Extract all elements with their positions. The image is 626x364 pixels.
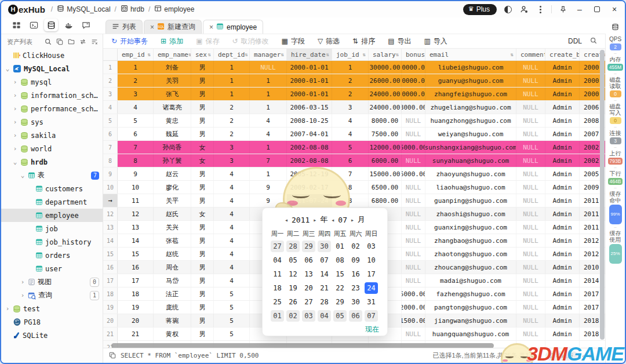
cell-email[interactable]: guanxing@shuguo.com [425, 221, 516, 234]
column-header-hire_date[interactable]: hire_date⇅ [287, 49, 332, 60]
table-search-icon[interactable] [590, 37, 597, 46]
cell-manager[interactable]: 4 [250, 128, 287, 140]
close-tab-icon[interactable]: × [150, 23, 154, 31]
cell-manager[interactable]: 1 [250, 141, 287, 154]
database-nav-icon[interactable] [44, 19, 58, 31]
sidebar-item-information_schema[interactable]: ›information_schema [1, 89, 103, 102]
cell-emp_id[interactable]: 7 [118, 141, 154, 154]
cell-job_id[interactable]: 2 [332, 74, 369, 87]
cell-dept_id[interactable]: 4 [214, 234, 250, 247]
date-cell-16[interactable]: 16 [348, 267, 363, 281]
row-number[interactable]: 1 [103, 61, 118, 74]
cell-emp_name[interactable]: 赵统 [154, 247, 191, 260]
cell-emp_name[interactable]: 张苞 [154, 234, 191, 247]
cell-dept_id[interactable]: 4 [214, 221, 250, 234]
cell-create_by[interactable]: Admin [545, 234, 580, 247]
prev-month-button[interactable]: ◂ [331, 217, 334, 223]
column-header-job_id[interactable]: job_id⇅ [332, 49, 369, 60]
cell-bonus[interactable]: NULL [402, 208, 425, 220]
cell-manager[interactable]: 1 [250, 101, 287, 114]
cell-emp_id[interactable]: 15 [118, 247, 154, 260]
cell-emp_id[interactable]: 5 [118, 114, 154, 127]
sidebar-item-sys[interactable]: ›sys [1, 115, 103, 129]
cell-bonus[interactable]: 2000.00 [402, 301, 425, 314]
cell-bonus[interactable]: 1500.00 [402, 314, 425, 327]
date-cell-11[interactable]: 11 [270, 267, 285, 281]
chevron-right-icon[interactable]: › [12, 78, 18, 86]
column-header-create_by[interactable]: create_by⇅ [545, 49, 580, 60]
cell-emp_name[interactable]: 周仓 [154, 261, 191, 274]
maximize-button[interactable] [591, 5, 603, 14]
grid-view-icon[interactable] [9, 19, 23, 31]
sort-icon[interactable]: ⇅ [396, 52, 399, 57]
sort-icon[interactable]: ⇅ [363, 52, 366, 57]
sort-icon[interactable]: ⇅ [148, 52, 151, 57]
cell-emp_name[interactable]: 刘备 [154, 61, 191, 74]
date-cell-29[interactable]: 29 [301, 239, 316, 253]
cell-emp_id[interactable]: 13 [118, 221, 154, 234]
cell-salary[interactable]: 6000.00 [369, 154, 402, 167]
date-cell-27[interactable]: 27 [301, 295, 316, 309]
cell-dept_id[interactable]: 5 [214, 327, 250, 340]
sidebar-item-performance_schema[interactable]: ›performance_schema [1, 102, 103, 115]
cell-hire_date[interactable]: 2008-10-25 [287, 114, 332, 127]
date-cell-09[interactable]: 09 [348, 253, 363, 267]
toolbar-排序-button[interactable]: ⇅排序 [352, 37, 375, 46]
cell-create_by[interactable]: Admin [545, 181, 580, 194]
ddl-button[interactable]: DDL [568, 37, 582, 45]
row-number[interactable]: 13 [103, 221, 118, 234]
cell-sex[interactable]: 男 [191, 301, 214, 314]
theme-toggle-icon[interactable] [503, 4, 513, 14]
cell-emp_id[interactable]: 14 [118, 234, 154, 247]
chevron-right-icon[interactable]: › [12, 105, 18, 112]
cell-comments[interactable]: NULL [516, 88, 545, 100]
cell-dept_id[interactable]: 3 [214, 154, 250, 167]
cell-emp_id[interactable]: 21 [118, 327, 154, 340]
cell-salary[interactable]: 26000.00 [369, 74, 402, 87]
cell-salary[interactable]: 12000.00 [369, 141, 402, 154]
date-cell-23[interactable]: 23 [348, 281, 363, 295]
cell-job_id[interactable]: 5 [332, 141, 369, 154]
sort-icon[interactable]: ⇅ [245, 52, 248, 57]
date-cell-01[interactable]: 01 [332, 239, 348, 253]
cell-email[interactable]: zhugeliang@shuguo.com [425, 101, 516, 114]
sidebar-item-user[interactable]: user [1, 262, 103, 275]
user-account-icon[interactable] [519, 4, 529, 14]
cell-email[interactable]: huangquan@shuguo.com [425, 327, 516, 340]
cell-job_id[interactable]: 2 [332, 88, 369, 100]
cell-bonus[interactable]: 8000.00 [402, 101, 425, 114]
sort-icon[interactable]: ⇅ [281, 52, 284, 57]
chevron-right-icon[interactable]: › [20, 278, 26, 286]
swap-connection-icon[interactable] [79, 38, 86, 46]
more-menu-icon[interactable] [535, 4, 545, 14]
terminal-icon[interactable] [27, 19, 41, 31]
cell-salary[interactable]: 24000.00 [369, 88, 402, 100]
cell-bonus[interactable]: NULL [402, 128, 425, 140]
cell-comments[interactable]: NULL [516, 194, 545, 207]
cell-emp_name[interactable]: 马岱 [154, 274, 191, 287]
cell-bonus[interactable]: NULL [402, 181, 425, 194]
sort-icon[interactable]: ⇅ [208, 52, 211, 57]
cell-bonus[interactable]: NULL [402, 327, 425, 340]
cell-create_by[interactable]: Admin [545, 168, 580, 180]
toolbar-导出-button[interactable]: ▤导出 [388, 37, 411, 46]
cell-dept_id[interactable]: 1 [214, 61, 250, 74]
cell-comments[interactable]: NULL [516, 114, 545, 127]
cell-emp_name[interactable]: 赵氏 [154, 208, 191, 220]
toolbar-筛选-button[interactable]: ▽筛选 [318, 37, 340, 46]
cell-create_by[interactable]: Admin [545, 208, 580, 220]
cell-hire_date[interactable]: 2000-01-01 [287, 61, 332, 74]
sidebar-item-查询[interactable]: ›查询1 [1, 289, 103, 302]
toolbar-开始事务-button[interactable]: ↻开始事务 [111, 37, 148, 46]
cell-sex[interactable]: 男 [191, 194, 214, 207]
cell-email[interactable]: pangtong@shuguo.com [425, 301, 516, 314]
plus-button[interactable]: ♛ Plus [463, 4, 497, 15]
column-header-salary[interactable]: salary⇅ [369, 49, 402, 60]
cell-salary[interactable]: 6800.00 [369, 194, 402, 207]
sidebar-item-PG18[interactable]: PG18 [1, 315, 103, 329]
cell-emp_id[interactable]: 17 [118, 274, 154, 287]
cell-email[interactable]: madai@shuguo.com [425, 274, 516, 287]
cell-bonus[interactable]: NULL [402, 234, 425, 247]
cell-email[interactable]: zhaoshi@shuguo.com [425, 208, 516, 220]
cell-dept_id[interactable]: 5 [214, 301, 250, 314]
